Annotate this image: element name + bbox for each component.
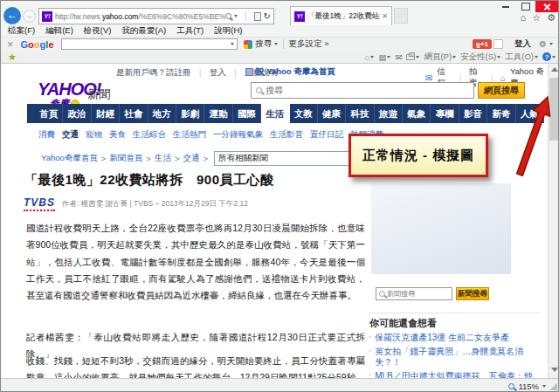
news-search-button[interactable]: 新聞搜尋 [456, 287, 489, 300]
set-homepage-link[interactable]: 設 Yahoo 奇摩為首頁 [245, 66, 335, 78]
more-settings-button[interactable]: 更多設定 » [289, 38, 329, 50]
menu-edit[interactable]: 編輯(E) [45, 25, 73, 37]
nav-columns[interactable]: 專欄 [431, 104, 459, 123]
page-menu[interactable]: 網頁(P) [424, 52, 452, 63]
home-caret-icon[interactable] [370, 56, 374, 58]
recommend-list: ‧ 保羅沃克遺產13億 生前二女友爭產 ‧ 英女拍「鏡子靈異照」…身體竟莫名消失… [369, 333, 541, 378]
tvbs-logo[interactable]: TVBS [24, 196, 55, 211]
login-link[interactable]: 登入 [210, 67, 226, 79]
news-section-label[interactable]: 新聞 [87, 86, 110, 102]
nav-local[interactable]: 地方 [148, 104, 176, 123]
scrollbar-up-arrow-icon[interactable] [551, 67, 558, 72]
nav-world[interactable]: 國際 [233, 104, 261, 123]
subnav-life-hot[interactable]: 生活熱門 [173, 129, 206, 141]
menu-favorites[interactable]: 我的最愛(A) [121, 25, 166, 37]
toolbar-wrench-icon[interactable]: ⚙ [539, 39, 547, 49]
subnav-life-video[interactable]: 生活影音 [270, 129, 303, 141]
google-search-button[interactable]: 搜尋 [256, 38, 273, 50]
menu-tools[interactable]: 工具(T) [176, 25, 204, 37]
input-history-caret-icon[interactable] [231, 43, 234, 45]
google-signin-button[interactable]: 登入 [514, 38, 531, 50]
nav-sports[interactable]: 運動 [204, 104, 232, 123]
zoom-caret-icon[interactable] [542, 385, 546, 388]
subnav-consumer[interactable]: 消費 [38, 129, 55, 141]
help-icon[interactable]: ? [542, 52, 551, 61]
address-bar[interactable]: Y! http://tw.news.yahoo.com/%E6%9C%80%E5… [38, 8, 274, 24]
nav-life[interactable]: 生活 [261, 104, 289, 123]
refresh-icon[interactable]: ↻ [264, 11, 271, 21]
restore-button[interactable] [515, 1, 535, 12]
address-search-icon[interactable] [225, 13, 231, 19]
page-caret-icon [452, 56, 456, 58]
new-tab-button[interactable] [394, 8, 408, 24]
nav-travel[interactable]: 旅遊 [375, 104, 403, 123]
nav-entertainment[interactable]: 影劇 [176, 104, 204, 123]
tab-close-icon[interactable]: ✕ [382, 12, 388, 20]
favorites-button[interactable]: ☆ [532, 12, 541, 24]
nav-politics[interactable]: 政治 [63, 104, 91, 123]
nav-health[interactable]: 健康 [318, 104, 346, 123]
close-button[interactable] [535, 1, 558, 12]
breadcrumb-traffic[interactable]: 交通 [183, 153, 199, 164]
nav-odd[interactable]: 新奇 [487, 104, 515, 123]
breadcrumb-life[interactable]: 生活 [155, 153, 171, 164]
nav-home[interactable]: 首頁 [35, 104, 63, 123]
scrollbar-down-arrow-icon[interactable] [551, 368, 558, 372]
nav-society[interactable]: 社會 [120, 104, 148, 123]
back-button[interactable]: ← [3, 7, 21, 24]
google-plus-one-button[interactable]: g+1 [473, 39, 492, 49]
tab-favicon-icon: Y! [294, 11, 305, 22]
yahoo-search-box[interactable] [251, 82, 474, 99]
breadcrumb-yahoo-home[interactable]: Yahoo奇摩首頁 [41, 153, 98, 164]
resize-grip[interactable] [549, 382, 557, 390]
home-button[interactable]: ⌂ [521, 12, 527, 24]
read-mail-icon[interactable]: ✉ [395, 52, 402, 62]
feed-caret-icon[interactable] [387, 56, 390, 58]
nav-education[interactable]: 文教 [290, 104, 318, 123]
settings-gear-icon[interactable]: ⚙ [547, 12, 556, 24]
print-caret-icon[interactable] [416, 56, 419, 58]
zoom-level[interactable]: 115% [518, 382, 539, 391]
command-bar: ★ ⌂ ▤ ✉ 網頁(P) 安全性(S) 工具(O) ? [1, 51, 559, 64]
address-search-caret-icon[interactable] [234, 15, 238, 17]
news-search-box[interactable] [376, 287, 452, 300]
tools-menu[interactable]: 工具(O) [505, 52, 534, 63]
register-link[interactable]: 是新用戶嗎？請註冊 [116, 67, 191, 79]
feed-icon[interactable]: ▤ [378, 52, 386, 62]
browser-tab[interactable]: Y! 「最後1晚」22收費站將拆... ✕ [290, 6, 392, 25]
breadcrumb-news-home[interactable]: 新聞首頁 [109, 153, 142, 164]
subnav-diary[interactable]: 置仔日記 [310, 129, 343, 141]
favorites-bar-star-icon[interactable]: ★ [8, 52, 17, 63]
related-link[interactable]: 英女拍「鏡子靈異照」…身體竟莫名消失？！ [375, 347, 541, 368]
subnav-weather-minute[interactable]: 一分鐘報氣象 [213, 129, 263, 141]
list-item[interactable]: ‧ MLB／田中將大似費南德茲 瓦倫泰：他 [369, 371, 541, 379]
menu-view[interactable]: 檢視(V) [84, 25, 112, 37]
subnav-life-general[interactable]: 生活綜合 [133, 129, 166, 141]
menu-help[interactable]: 說明(H) [214, 25, 242, 37]
minimize-button[interactable] [495, 1, 515, 12]
search-options-caret-icon[interactable] [274, 43, 278, 45]
subnav-traffic[interactable]: 交通 [62, 129, 79, 141]
subnav-food[interactable]: 美食 [109, 129, 126, 141]
nav-tech[interactable]: 科技 [346, 104, 374, 123]
safety-menu[interactable]: 安全性(S) [460, 52, 496, 63]
nav-weather[interactable]: 氣象 [403, 104, 431, 123]
toolbar-close-icon[interactable]: ✕ [7, 40, 14, 49]
menu-file[interactable]: 檔案(F) [8, 25, 35, 37]
forward-button[interactable]: → [23, 10, 36, 23]
toolbar-options-caret-icon[interactable] [549, 43, 553, 45]
related-link[interactable]: 保羅沃克遺產13億 生前二女友爭產 [375, 333, 509, 344]
yahoo-search-input[interactable] [266, 86, 469, 95]
list-item[interactable]: ‧ 保羅沃克遺產13億 生前二女友爭產 [369, 333, 541, 344]
news-search-input[interactable] [387, 290, 449, 298]
nav-finance[interactable]: 財經 [92, 104, 120, 123]
print-icon[interactable] [406, 54, 415, 60]
set-home-icon [245, 68, 253, 76]
home-page-icon[interactable]: ⌂ [365, 52, 370, 62]
list-item[interactable]: ‧ 英女拍「鏡子靈異照」…身體竟莫名消失？！ [369, 347, 541, 368]
compatibility-view-icon[interactable] [254, 12, 261, 21]
google-search-input[interactable] [62, 39, 231, 49]
nav-video[interactable]: 影音 [459, 104, 487, 123]
related-link[interactable]: MLB／田中將大似費南德茲 瓦倫泰：他 [375, 371, 533, 379]
subnav-pets[interactable]: 寵物 [86, 129, 102, 141]
